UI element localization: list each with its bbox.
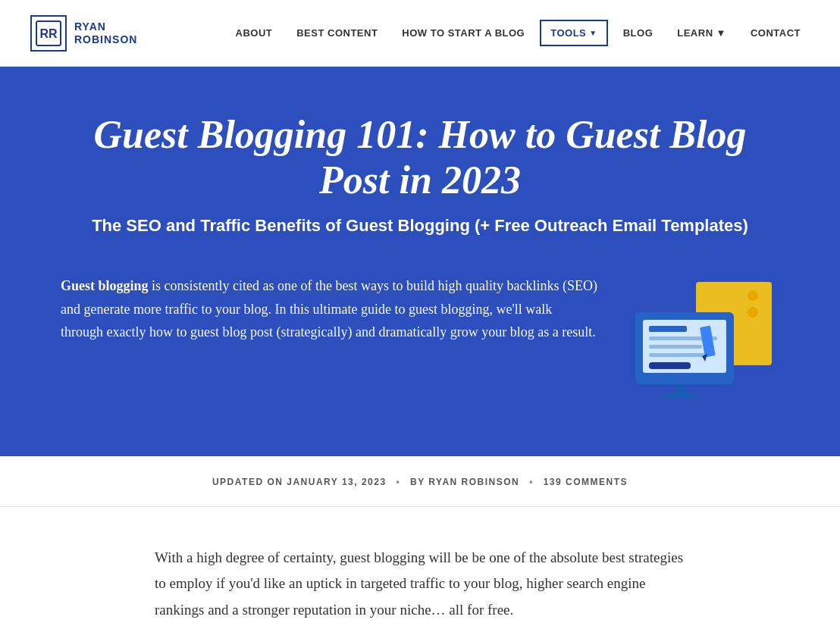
nav-item-about[interactable]: ABOUT — [227, 21, 282, 45]
updated-label: UPDATED ON — [212, 477, 283, 487]
meta-author: RYAN ROBINSON — [428, 477, 519, 487]
by-label: BY — [410, 477, 425, 487]
site-logo[interactable]: RR RYAN ROBINSON — [30, 15, 137, 52]
nav-item-best-content[interactable]: BEST CONTENT — [287, 21, 387, 45]
hero-intro-bold: Guest blogging — [61, 278, 149, 293]
main-nav: ABOUT BEST CONTENT HOW TO START A BLOG T… — [227, 20, 810, 46]
svg-point-3 — [748, 290, 758, 301]
site-header: RR RYAN ROBINSON ABOUT BEST CONTENT HOW … — [0, 0, 840, 67]
nav-item-tools[interactable]: TOOLS ▼ — [540, 20, 607, 46]
nav-item-learn[interactable]: LEARN ▼ — [668, 21, 735, 45]
hero-subtitle: The SEO and Traffic Benefits of Guest Bl… — [61, 215, 779, 237]
hero-title: Guest Blogging 101: How to Guest Blog Po… — [61, 112, 779, 203]
svg-text:RR: RR — [39, 27, 58, 40]
svg-rect-7 — [649, 326, 687, 332]
logo-text: RYAN ROBINSON — [74, 20, 137, 46]
nav-item-how-to-start-a-blog[interactable]: HOW TO START A BLOG — [393, 21, 534, 45]
hero-illustration — [628, 274, 779, 411]
meta-text: UPDATED ON JANUARY 13, 2023 • BY RYAN RO… — [212, 477, 628, 487]
svg-rect-15 — [662, 394, 700, 399]
article-content: With a high degree of certainty, guest b… — [139, 507, 701, 629]
svg-rect-9 — [649, 345, 702, 349]
nav-item-contact[interactable]: CONTACT — [741, 21, 810, 45]
svg-rect-11 — [649, 362, 691, 369]
meta-comments: 139 COMMENTS — [544, 477, 628, 487]
nav-item-blog[interactable]: BLOG — [614, 21, 663, 45]
tools-dropdown-chevron: ▼ — [589, 29, 597, 37]
article-paragraph-1: With a high degree of certainty, guest b… — [155, 545, 685, 623]
logo-icon: RR — [30, 15, 67, 52]
hero-intro-text: Guest blogging is consistently cited as … — [61, 274, 597, 344]
meta-bar: UPDATED ON JANUARY 13, 2023 • BY RYAN RO… — [0, 456, 840, 507]
hero-section: Guest Blogging 101: How to Guest Blog Po… — [0, 67, 840, 456]
meta-date: JANUARY 13, 2023 — [287, 477, 386, 487]
learn-dropdown-chevron: ▼ — [716, 27, 726, 39]
svg-point-4 — [748, 307, 758, 318]
hero-body: Guest blogging is consistently cited as … — [61, 274, 779, 411]
svg-rect-10 — [649, 353, 710, 357]
